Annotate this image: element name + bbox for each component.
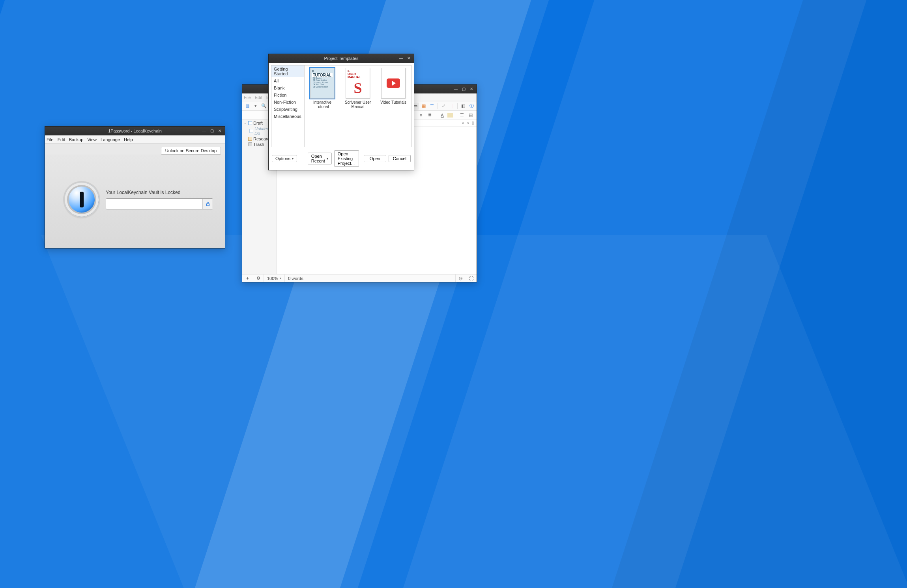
target-icon[interactable]: ◎ (456, 276, 466, 281)
tutorial-thumb-icon: IL TUTORIAL 01 Basics 02 Organisation 03… (310, 68, 335, 99)
menu-backup[interactable]: Backup (69, 137, 84, 142)
unlock-secure-desktop-button[interactable]: Unlock on Secure Desktop (161, 147, 221, 155)
menu-help[interactable]: Help (124, 137, 133, 142)
keyhole-icon (65, 183, 99, 217)
onepassword-menubar: File Edit Backup View Language Help (45, 136, 225, 144)
view-corkboard-icon[interactable]: ▦ (420, 103, 427, 110)
metadata-icon[interactable]: ◧ (460, 103, 467, 110)
folder-icon (248, 121, 252, 125)
word-count: 0 words (285, 276, 455, 281)
highlight-icon[interactable] (447, 113, 453, 118)
close-button[interactable]: ✕ (405, 55, 412, 61)
menu-language[interactable]: Language (101, 137, 120, 142)
document-icon (249, 129, 253, 133)
fullscreen-icon[interactable]: ⛶ (466, 276, 477, 281)
minimize-button[interactable]: — (200, 127, 208, 134)
zoom-control[interactable]: 100% ▾ (264, 276, 284, 281)
template-video-tutorials[interactable]: Video Tutorials (378, 68, 409, 105)
locked-message: Your LocalKeychain Vault is Locked (106, 190, 213, 195)
video-thumb-icon (381, 68, 406, 99)
toolbar-dropdown-icon[interactable]: ▾ (252, 103, 259, 110)
zoom-value: 100% (267, 276, 278, 281)
menu-view[interactable]: View (87, 137, 97, 142)
compose-icon[interactable]: ⤢ (440, 103, 447, 110)
password-row (106, 198, 213, 209)
nav-next-icon[interactable]: ∨ (467, 121, 469, 125)
text-color-icon[interactable]: A (439, 112, 446, 118)
template-label: Video Tutorials (380, 100, 406, 105)
onepassword-window: 1Password - LocalKeychain — ▢ ✕ File Edi… (45, 126, 225, 248)
manual-thumb-icon: IL USERMANUAL S (346, 68, 370, 99)
open-existing-button[interactable]: Open Existing Project... (334, 150, 359, 167)
minimize-button[interactable]: — (397, 55, 404, 61)
menu-edit[interactable]: Edit (255, 95, 262, 100)
category-all[interactable]: All (271, 77, 304, 84)
status-add-icon[interactable]: ＋ (242, 275, 253, 281)
templates-titlebar[interactable]: Project Templates — ✕ (269, 54, 414, 63)
onepassword-titlebar[interactable]: 1Password - LocalKeychain — ▢ ✕ (45, 127, 225, 135)
category-nonfiction[interactable]: Non-Fiction (271, 99, 304, 106)
onepassword-title: 1Password - LocalKeychain (45, 129, 225, 133)
binder-toggle-icon[interactable]: ▥ (244, 103, 251, 110)
maximize-button[interactable]: ▢ (208, 127, 215, 134)
align-justify-icon[interactable]: ≣ (426, 112, 433, 118)
minimize-button[interactable]: — (452, 86, 459, 92)
trash-icon (248, 142, 252, 146)
close-button[interactable]: ✕ (216, 127, 223, 134)
options-button[interactable]: Options▾ (272, 155, 297, 162)
bookmark-icon[interactable]: ❘ (448, 103, 455, 110)
align-right-icon[interactable]: ≡ (417, 112, 425, 118)
maximize-button[interactable]: ▢ (460, 86, 467, 92)
youtube-play-icon (387, 78, 400, 88)
category-scriptwriting[interactable]: Scriptwriting (271, 106, 304, 113)
template-grid: IL TUTORIAL 01 Basics 02 Organisation 03… (305, 65, 411, 147)
binder-label: Trash (253, 142, 264, 147)
template-label: Scrivener User Manual (342, 100, 373, 109)
table-icon[interactable]: ▤ (467, 112, 474, 118)
menu-file[interactable]: File (244, 95, 251, 100)
view-outline-icon[interactable]: ☰ (428, 103, 436, 110)
category-misc[interactable]: Miscellaneous (271, 113, 304, 120)
svg-rect-0 (206, 203, 209, 205)
templates-footer: Options▾ Open Recent▾ Open Existing Proj… (269, 149, 414, 170)
template-user-manual[interactable]: IL USERMANUAL S Scrivener User Manual (342, 68, 373, 109)
split-icon[interactable]: ▯ (472, 121, 474, 125)
list-icon[interactable]: ☲ (458, 112, 466, 118)
category-fiction[interactable]: Fiction (271, 91, 304, 99)
close-button[interactable]: ✕ (468, 86, 475, 92)
master-password-input[interactable] (106, 199, 202, 209)
open-recent-button[interactable]: Open Recent▾ (308, 153, 332, 164)
menu-file[interactable]: File (47, 137, 54, 142)
status-bar: ＋ ⚙ 100% ▾ 0 words ◎ ⛶ (242, 274, 477, 282)
menu-edit[interactable]: Edit (58, 137, 65, 142)
project-templates-dialog: Project Templates — ✕ Getting Started Al… (268, 54, 414, 170)
category-getting-started[interactable]: Getting Started (271, 65, 304, 77)
cancel-button[interactable]: Cancel (389, 155, 411, 162)
research-folder-icon (248, 137, 252, 141)
lock-area: Your LocalKeychain Vault is Locked (45, 155, 225, 248)
template-interactive-tutorial[interactable]: IL TUTORIAL 01 Basics 02 Organisation 03… (307, 68, 338, 109)
binder-label: Draft (253, 121, 263, 125)
nav-prev-icon[interactable]: ∧ (462, 121, 464, 125)
search-icon[interactable]: 🔍 (260, 103, 267, 110)
open-button[interactable]: Open (364, 155, 386, 162)
inspector-icon[interactable]: ⓘ (468, 103, 475, 110)
status-gear-icon[interactable]: ⚙ (253, 276, 264, 281)
template-label: Interactive Tutorial (307, 100, 338, 109)
templates-title: Project Templates (269, 56, 414, 61)
unlock-icon[interactable] (202, 199, 213, 209)
category-blank[interactable]: Blank (271, 84, 304, 91)
category-list[interactable]: Getting Started All Blank Fiction Non-Fi… (271, 65, 305, 147)
